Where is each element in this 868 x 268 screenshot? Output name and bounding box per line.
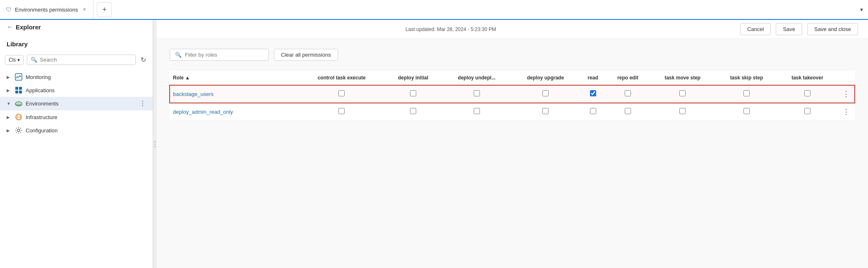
perm-cell-deploy_upgrade[interactable] (511, 103, 580, 121)
checkbox-task_move_step[interactable] (679, 108, 686, 114)
cls-dropdown-arrow: ▾ (17, 57, 20, 63)
perm-cell-control_task_execute[interactable] (299, 103, 384, 121)
checkbox-deploy_initial[interactable] (410, 90, 416, 96)
checkbox-deploy_undeploy[interactable] (474, 108, 480, 114)
perm-cell-task_takeover[interactable] (777, 85, 837, 103)
main-layout: ← Explorer Library Cls ▾ 🔍 ↻ ▶ (0, 20, 868, 268)
perm-cell-repo_edit[interactable] (606, 85, 649, 103)
expand-arrow-monitoring: ▶ (7, 75, 12, 79)
tab-dropdown-button[interactable]: ▾ (855, 6, 868, 13)
table-body: backstage_users⋮deploy_admin_read_only⋮ (170, 85, 855, 121)
sidebar-item-environments-label: Environments (26, 100, 58, 107)
tab-close-button[interactable]: × (81, 6, 87, 13)
column-header-task-takeover: task takeover (777, 71, 837, 85)
table-row[interactable]: deploy_admin_read_only⋮ (170, 103, 855, 121)
checkbox-deploy_initial[interactable] (410, 108, 416, 114)
checkbox-deploy_upgrade[interactable] (542, 108, 549, 114)
expand-arrow-environments: ▼ (7, 101, 12, 106)
perm-cell-task_takeover[interactable] (777, 103, 837, 121)
perm-cell-deploy_undeploy[interactable] (442, 103, 511, 121)
explorer-label: Explorer (16, 24, 41, 31)
checkbox-task_skip_step[interactable] (743, 108, 750, 114)
checkbox-deploy_undeploy[interactable] (474, 90, 480, 96)
sidebar-item-infrastructure[interactable]: ▶ Infrastructure (0, 110, 153, 124)
clear-permissions-button[interactable]: Clear all permissions (274, 49, 338, 61)
top-bar: 🛡 Environments permissions × + ▾ (0, 0, 868, 20)
last-updated-label: Last updated: Mar 28, 2024 - 5:23:30 PM (166, 26, 735, 32)
column-header-read: read (580, 71, 607, 85)
column-header-role[interactable]: Role ▲ (170, 71, 299, 85)
svg-point-7 (15, 104, 22, 106)
library-title: Library (0, 34, 153, 51)
permissions-table: Role ▲ control task execute deploy initi… (170, 71, 855, 121)
svg-point-11 (17, 129, 20, 132)
perm-cell-task_move_step[interactable] (650, 103, 716, 121)
filter-input-box[interactable]: 🔍 (170, 49, 269, 61)
column-header-control-task-execute: control task execute (299, 71, 384, 85)
perm-cell-deploy_undeploy[interactable] (442, 85, 511, 103)
row-more-button[interactable]: ⋮ (837, 103, 855, 121)
applications-icon (15, 86, 22, 94)
perm-cell-control_task_execute[interactable] (299, 85, 384, 103)
filter-row: 🔍 Clear all permissions (170, 49, 855, 61)
checkbox-task_move_step[interactable] (679, 90, 686, 96)
sidebar-item-applications-label: Applications (26, 87, 55, 93)
search-icon: 🔍 (31, 57, 37, 63)
role-name-cell: backstage_users (170, 85, 299, 103)
search-input[interactable] (40, 57, 132, 63)
perm-cell-deploy_initial[interactable] (384, 85, 442, 103)
sidebar-resize-handle[interactable] (153, 20, 156, 268)
filter-roles-input[interactable] (185, 52, 259, 58)
checkbox-task_skip_step[interactable] (743, 90, 750, 96)
sidebar-item-environments[interactable]: ▼ Environments ⋮ (0, 97, 153, 110)
role-name-cell: deploy_admin_read_only (170, 103, 299, 121)
checkbox-deploy_upgrade[interactable] (542, 90, 549, 96)
checkbox-read[interactable] (590, 90, 596, 96)
row-more-button[interactable]: ⋮ (837, 85, 855, 103)
perm-cell-read[interactable] (580, 103, 607, 121)
refresh-button[interactable]: ↻ (139, 54, 148, 65)
column-header-task-move-step: task move step (650, 71, 716, 85)
perm-cell-deploy_upgrade[interactable] (511, 85, 580, 103)
search-box[interactable]: 🔍 (27, 55, 136, 65)
checkbox-task_takeover[interactable] (804, 108, 810, 114)
cls-dropdown[interactable]: Cls ▾ (5, 55, 24, 65)
content-header: Last updated: Mar 28, 2024 - 5:23:30 PM … (156, 20, 868, 39)
table-row[interactable]: backstage_users⋮ (170, 85, 855, 103)
svg-rect-4 (19, 91, 22, 93)
save-button[interactable]: Save (776, 23, 802, 35)
perm-cell-task_move_step[interactable] (650, 85, 716, 103)
back-button[interactable]: ← Explorer (0, 20, 153, 34)
checkbox-task_takeover[interactable] (804, 90, 810, 96)
svg-rect-2 (19, 87, 22, 90)
filter-search-icon: 🔍 (175, 52, 182, 58)
checkbox-control_task_execute[interactable] (338, 108, 345, 114)
checkbox-repo_edit[interactable] (625, 108, 631, 114)
checkbox-control_task_execute[interactable] (338, 90, 345, 96)
perm-cell-read[interactable] (580, 85, 607, 103)
tab-label: Environments permissions (15, 7, 78, 13)
expand-arrow-applications: ▶ (7, 88, 12, 93)
expand-arrow-configuration: ▶ (7, 128, 12, 133)
perm-cell-deploy_initial[interactable] (384, 103, 442, 121)
new-tab-button[interactable]: + (97, 2, 112, 17)
sidebar-item-configuration[interactable]: ▶ Configuration (0, 124, 153, 137)
save-close-button[interactable]: Save and close (807, 23, 858, 35)
more-icon[interactable]: ⋮ (841, 108, 851, 116)
sidebar-item-monitoring-label: Monitoring (26, 74, 51, 80)
sidebar-item-applications[interactable]: ▶ Applications (0, 84, 153, 97)
cancel-button[interactable]: Cancel (740, 23, 771, 35)
environments-tab[interactable]: 🛡 Environments permissions × (0, 0, 94, 19)
perm-cell-task_skip_step[interactable] (716, 103, 777, 121)
infrastructure-icon (15, 113, 22, 121)
content-body: 🔍 Clear all permissions Role ▲ control t… (156, 39, 868, 268)
checkbox-repo_edit[interactable] (625, 90, 631, 96)
column-header-task-skip-step: task skip step (716, 71, 777, 85)
perm-cell-task_skip_step[interactable] (716, 85, 777, 103)
more-icon[interactable]: ⋮ (841, 90, 851, 98)
environments-more-button[interactable]: ⋮ (139, 100, 146, 108)
perm-cell-repo_edit[interactable] (606, 103, 649, 121)
checkbox-read[interactable] (590, 108, 596, 114)
resize-dots (154, 141, 156, 147)
sidebar-item-monitoring[interactable]: ▶ Monitoring (0, 70, 153, 84)
